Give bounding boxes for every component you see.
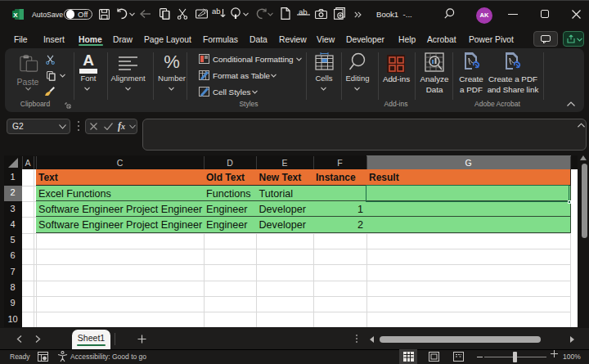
svg-text:X: X — [13, 11, 18, 19]
